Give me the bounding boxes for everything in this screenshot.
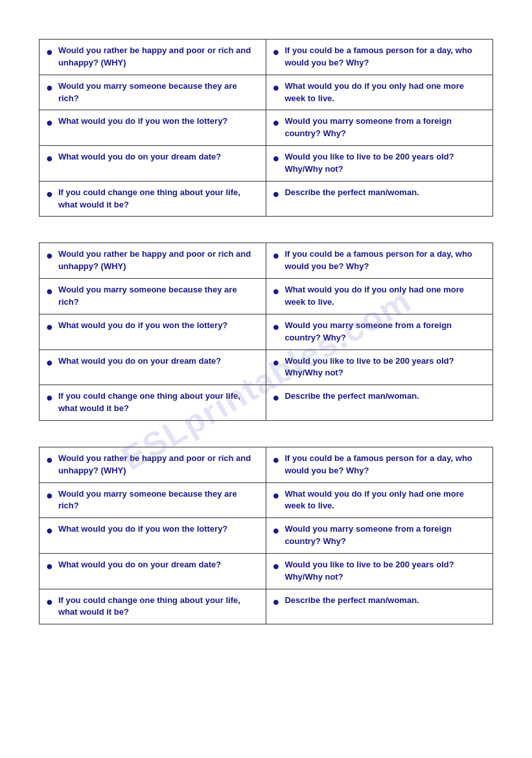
- bullet-icon: ●: [273, 489, 280, 503]
- bullet-icon: ●: [273, 524, 280, 538]
- card-1-row-5-left-text: If you could change one thing about your…: [58, 187, 258, 211]
- card-1-row-2-left-text: Would you marry someone because they are…: [58, 80, 258, 105]
- card-1-row-3: ●What would you do if you won the lotter…: [40, 110, 492, 146]
- card-2-row-1-right-text: If you could be a famous person for a da…: [284, 248, 485, 273]
- card-2-row-4-right-cell: ●Would you like to live to be 200 years …: [266, 350, 493, 385]
- card-3-row-1-right-cell: ●If you could be a famous person for a d…: [266, 447, 493, 482]
- card-3-row-5-left-cell: ●If you could change one thing about you…: [40, 589, 266, 624]
- card-1-row-5-right-text: Describe the perfect man/woman.: [284, 187, 419, 199]
- card-3-row-3-left-text: What would you do if you won the lottery…: [58, 523, 227, 536]
- card-1-row-2-right-cell: ●What would you do if you only had one m…: [266, 75, 493, 110]
- card-3-row-4-right-text: Would you like to live to be 200 years o…: [284, 559, 485, 584]
- card-1-row-4-right-cell: ●Would you like to live to be 200 years …: [266, 146, 493, 181]
- bullet-icon: ●: [46, 391, 53, 405]
- bullet-icon: ●: [273, 45, 280, 60]
- card-1-row-2-left-cell: ●Would you marry someone because they ar…: [40, 75, 266, 110]
- bullet-icon: ●: [273, 391, 280, 405]
- card-1-row-4-left-text: What would you do on your dream date?: [58, 151, 221, 163]
- card-3-row-2-right-text: What would you do if you only had one mo…: [284, 488, 485, 513]
- card-1-row-1-left-cell: ●Would you rather be happy and poor or r…: [40, 40, 266, 75]
- card-1-row-3-right-cell: ●Would you marry someone from a foreign …: [266, 110, 493, 145]
- card-1-row-3-right-text: Would you marry someone from a foreign c…: [284, 115, 485, 140]
- bullet-icon: ●: [46, 489, 53, 503]
- card-2-row-3-right-text: Would you marry someone from a foreign c…: [284, 320, 485, 344]
- card-1-row-1: ●Would you rather be happy and poor or r…: [40, 40, 492, 75]
- card-2: ●Would you rather be happy and poor or r…: [39, 243, 493, 420]
- card-1-row-1-left-text: Would you rather be happy and poor or ri…: [58, 45, 258, 69]
- card-2-row-2: ●Would you marry someone because they ar…: [40, 279, 492, 314]
- card-1-row-4-right-text: Would you like to live to be 200 years o…: [284, 151, 485, 176]
- card-3-row-3-right-text: Would you marry someone from a foreign c…: [284, 523, 485, 548]
- card-2-row-1: ●Would you rather be happy and poor or r…: [40, 243, 492, 279]
- bullet-icon: ●: [273, 285, 280, 299]
- bullet-icon: ●: [46, 524, 53, 538]
- card-2-row-3-left-text: What would you do if you won the lottery…: [58, 320, 227, 332]
- bullet-icon: ●: [46, 356, 53, 370]
- bullet-icon: ●: [273, 81, 280, 95]
- bullet-icon: ●: [46, 249, 53, 263]
- card-3-row-4-right-cell: ●Would you like to live to be 200 years …: [266, 554, 493, 589]
- card-1-row-5-right-cell: ●Describe the perfect man/woman.: [266, 182, 493, 217]
- card-3-row-5-right-text: Describe the perfect man/woman.: [284, 595, 419, 607]
- card-3-row-2: ●Would you marry someone because they ar…: [40, 483, 492, 519]
- card-2-row-4-left-text: What would you do on your dream date?: [58, 355, 221, 368]
- card-3: ●Would you rather be happy and poor or r…: [39, 447, 493, 624]
- card-3-row-4-left-cell: ●What would you do on your dream date?: [40, 554, 266, 589]
- card-2-row-3-left-cell: ●What would you do if you won the lotter…: [40, 314, 266, 349]
- card-3-row-2-left-cell: ●Would you marry someone because they ar…: [40, 483, 266, 518]
- card-2-row-4-right-text: Would you like to live to be 200 years o…: [284, 355, 485, 380]
- card-2-row-3: ●What would you do if you won the lotter…: [40, 314, 492, 350]
- card-1-row-5-left-cell: ●If you could change one thing about you…: [40, 182, 266, 217]
- bullet-icon: ●: [273, 320, 280, 335]
- worksheet-container: ●Would you rather be happy and poor or r…: [39, 39, 493, 624]
- bullet-icon: ●: [273, 560, 280, 574]
- card-3-row-5-right-cell: ●Describe the perfect man/woman.: [266, 589, 493, 624]
- card-3-row-3-right-cell: ●Would you marry someone from a foreign …: [266, 518, 493, 553]
- card-3-row-1: ●Would you rather be happy and poor or r…: [40, 447, 492, 483]
- bullet-icon: ●: [46, 320, 53, 335]
- bullet-icon: ●: [46, 453, 53, 468]
- card-3-row-2-right-cell: ●What would you do if you only had one m…: [266, 483, 493, 518]
- bullet-icon: ●: [273, 356, 280, 370]
- card-1-row-5: ●If you could change one thing about you…: [40, 182, 492, 217]
- card-3-row-4: ●What would you do on your dream date?●W…: [40, 554, 492, 589]
- card-1: ●Would you rather be happy and poor or r…: [39, 39, 493, 217]
- card-3-row-2-left-text: Would you marry someone because they are…: [58, 488, 258, 513]
- card-2-row-1-left-cell: ●Would you rather be happy and poor or r…: [40, 243, 266, 278]
- card-1-row-2: ●Would you marry someone because they ar…: [40, 75, 492, 111]
- card-2-row-3-right-cell: ●Would you marry someone from a foreign …: [266, 314, 493, 349]
- card-1-row-4: ●What would you do on your dream date?●W…: [40, 146, 492, 182]
- card-3-row-1-left-cell: ●Would you rather be happy and poor or r…: [40, 447, 266, 482]
- card-1-row-2-right-text: What would you do if you only had one mo…: [284, 80, 485, 105]
- card-1-row-3-left-text: What would you do if you won the lottery…: [58, 115, 227, 128]
- card-1-row-1-right-text: If you could be a famous person for a da…: [284, 45, 485, 69]
- bullet-icon: ●: [46, 45, 53, 60]
- bullet-icon: ●: [46, 152, 53, 166]
- card-2-row-2-left-text: Would you marry someone because they are…: [58, 284, 258, 309]
- card-2-row-1-left-text: Would you rather be happy and poor or ri…: [58, 248, 258, 273]
- bullet-icon: ●: [273, 152, 280, 166]
- card-2-row-2-left-cell: ●Would you marry someone because they ar…: [40, 279, 266, 314]
- bullet-icon: ●: [46, 285, 53, 299]
- card-3-row-1-right-text: If you could be a famous person for a da…: [284, 453, 485, 477]
- bullet-icon: ●: [273, 187, 280, 202]
- card-2-row-5-right-cell: ●Describe the perfect man/woman.: [266, 385, 493, 420]
- bullet-icon: ●: [46, 187, 53, 202]
- card-2-row-1-right-cell: ●If you could be a famous person for a d…: [266, 243, 493, 278]
- bullet-icon: ●: [46, 81, 53, 95]
- bullet-icon: ●: [273, 116, 280, 130]
- card-2-row-5-right-text: Describe the perfect man/woman.: [284, 390, 419, 403]
- card-1-row-1-right-cell: ●If you could be a famous person for a d…: [266, 40, 493, 75]
- card-3-row-4-left-text: What would you do on your dream date?: [58, 559, 221, 571]
- bullet-icon: ●: [46, 595, 53, 610]
- card-2-row-4-left-cell: ●What would you do on your dream date?: [40, 350, 266, 385]
- card-3-row-3: ●What would you do if you won the lotter…: [40, 518, 492, 554]
- card-2-row-5-left-text: If you could change one thing about your…: [58, 390, 258, 415]
- card-2-row-5-left-cell: ●If you could change one thing about you…: [40, 385, 266, 420]
- bullet-icon: ●: [273, 595, 280, 610]
- card-3-row-3-left-cell: ●What would you do if you won the lotter…: [40, 518, 266, 553]
- card-2-row-4: ●What would you do on your dream date?●W…: [40, 350, 492, 386]
- card-1-row-4-left-cell: ●What would you do on your dream date?: [40, 146, 266, 181]
- bullet-icon: ●: [273, 453, 280, 468]
- bullet-icon: ●: [46, 560, 53, 574]
